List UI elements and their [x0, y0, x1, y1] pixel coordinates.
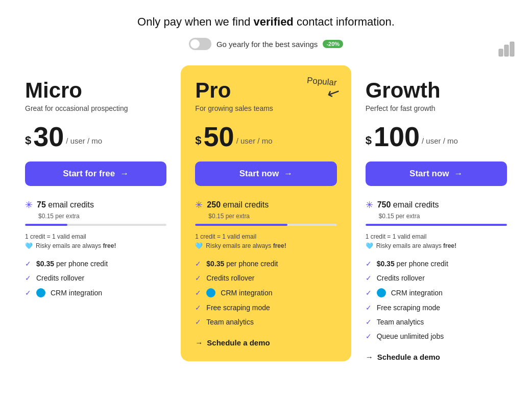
asterisk-icon: ✳ — [25, 199, 33, 211]
salesforce-icon — [36, 288, 45, 297]
feature-phone: ✓ $0.35 per phone credit — [366, 260, 507, 268]
chart-icon — [496, 38, 517, 60]
check-icon: ✓ — [366, 274, 372, 282]
plan-pro-dollar: $ — [195, 134, 201, 147]
svg-rect-0 — [499, 49, 503, 56]
credits-sub: $0.15 per extra — [38, 213, 166, 220]
plan-pro-schedule-link[interactable]: → Schedule a demo — [195, 338, 336, 347]
credits-title: 75 email credits — [37, 200, 94, 210]
credits-bar-fill — [25, 224, 67, 226]
plan-pro-price-row: $ 50 / user / mo — [195, 123, 336, 150]
check-icon: ✓ — [195, 304, 201, 312]
plan-micro-credits: ✳ 75 email credits $0.15 per extra 1 cre… — [25, 199, 166, 249]
credits-bar-bg — [25, 224, 166, 226]
plan-pro-amount: 50 — [204, 123, 234, 150]
salesforce-icon — [206, 288, 215, 297]
credit-note: 1 credit = 1 valid email — [195, 233, 336, 240]
check-icon: ✓ — [366, 318, 372, 326]
asterisk-icon: ✳ — [195, 199, 203, 211]
check-icon: ✓ — [195, 274, 201, 282]
plan-growth-schedule-link[interactable]: → Schedule a demo — [366, 353, 507, 361]
credits-bar-fill — [366, 224, 507, 226]
plan-growth-price-row: $ 100 / user / mo — [366, 123, 507, 150]
discount-badge: -20% — [323, 40, 343, 48]
feature-rollover: ✓ Credits rollover — [366, 274, 507, 282]
plan-pro-start-btn[interactable]: Start now → — [195, 161, 336, 186]
feature-analytics: ✓ Team analytics — [366, 318, 507, 326]
plan-pro-tagline: For growing sales teams — [195, 104, 336, 112]
feature-analytics: ✓ Team analytics — [195, 318, 336, 326]
billing-toggle-row: Go yearly for the best savings -20% — [10, 38, 522, 50]
yearly-toggle[interactable] — [189, 38, 211, 50]
credit-free: 🩵 Risky emails are always free! — [25, 242, 166, 249]
feature-phone: ✓ $0.35 per phone credit — [25, 260, 166, 268]
salesforce-icon — [377, 288, 386, 297]
plan-micro-unit: / user / mo — [66, 136, 102, 145]
header-tagline: Only pay when we find verified contact i… — [137, 15, 395, 29]
feature-scraping: ✓ Free scraping mode — [366, 304, 507, 312]
check-icon: ✓ — [25, 260, 31, 268]
plan-micro: Micro Great for occasional prospecting $… — [11, 65, 181, 312]
asterisk-icon: ✳ — [366, 199, 373, 211]
check-icon: ✓ — [25, 289, 31, 297]
plan-micro-amount: 30 — [33, 123, 64, 150]
plan-micro-name: Micro — [25, 80, 166, 101]
feature-crm: ✓ CRM integration — [25, 288, 166, 297]
plan-growth-features: ✓ $0.35 per phone credit ✓ Credits rollo… — [366, 260, 507, 340]
plan-pro-credits: ✳ 250 email credits $0.15 per extra 1 cr… — [195, 199, 336, 249]
plan-growth-start-btn[interactable]: Start now → — [366, 161, 507, 186]
plan-micro-start-btn[interactable]: Start for free → — [25, 161, 166, 186]
credits-bar-bg — [366, 224, 507, 226]
check-icon: ✓ — [366, 304, 372, 312]
feature-rollover: ✓ Credits rollover — [25, 274, 166, 282]
plan-growth-tagline: Perfect for fast growth — [366, 104, 507, 112]
plan-growth-dollar: $ — [366, 134, 372, 147]
svg-rect-2 — [510, 42, 514, 56]
credits-title: 750 email credits — [377, 200, 439, 210]
check-icon: ✓ — [195, 289, 201, 297]
credits-bar-fill — [195, 224, 287, 226]
feature-crm: ✓ CRM integration — [366, 288, 507, 297]
plan-pro-features: ✓ $0.35 per phone credit ✓ Credits rollo… — [195, 260, 336, 326]
heart-icon: 🩵 — [25, 242, 33, 249]
credit-free: 🩵 Risky emails are always free! — [195, 242, 336, 249]
plan-growth-name: Growth — [366, 80, 507, 101]
plan-growth-credits: ✳ 750 email credits $0.15 per extra 1 cr… — [366, 199, 507, 249]
plan-growth: Growth Perfect for fast growth $ 100 / u… — [351, 65, 521, 376]
credits-sub: $0.15 per extra — [208, 213, 336, 220]
heart-icon: 🩵 — [195, 242, 203, 249]
plan-micro-features: ✓ $0.35 per phone credit ✓ Credits rollo… — [25, 260, 166, 297]
feature-scraping: ✓ Free scraping mode — [195, 304, 336, 312]
toggle-label: Go yearly for the best savings — [216, 40, 318, 49]
plan-micro-dollar: $ — [25, 134, 31, 147]
plan-pro-unit: / user / mo — [236, 136, 273, 145]
credit-free: 🩵 Risky emails are always free! — [366, 242, 507, 249]
check-icon: ✓ — [195, 260, 201, 268]
feature-crm: ✓ CRM integration — [195, 288, 336, 297]
feature-queue: ✓ Queue unlimited jobs — [366, 332, 507, 340]
plan-pro: Popular ↙ Pro For growing sales teams $ … — [181, 65, 351, 361]
check-icon: ✓ — [366, 332, 372, 340]
check-icon: ✓ — [366, 289, 372, 297]
credits-title: 250 email credits — [207, 200, 269, 210]
plan-micro-tagline: Great for occasional prospecting — [25, 104, 166, 112]
svg-rect-1 — [504, 45, 509, 56]
credits-sub: $0.15 per extra — [379, 213, 507, 220]
check-icon: ✓ — [195, 318, 201, 326]
feature-rollover: ✓ Credits rollover — [195, 274, 336, 282]
plan-growth-amount: 100 — [374, 123, 420, 150]
plan-growth-unit: / user / mo — [422, 136, 458, 145]
feature-phone: ✓ $0.35 per phone credit — [195, 260, 336, 268]
plan-micro-price-row: $ 30 / user / mo — [25, 123, 166, 150]
heart-icon: 🩵 — [366, 242, 373, 249]
plans-container: Micro Great for occasional prospecting $… — [11, 65, 521, 376]
credit-note: 1 credit = 1 valid email — [366, 233, 507, 240]
credits-bar-bg — [195, 224, 336, 226]
check-icon: ✓ — [25, 274, 31, 282]
check-icon: ✓ — [366, 260, 372, 268]
credit-note: 1 credit = 1 valid email — [25, 233, 166, 240]
